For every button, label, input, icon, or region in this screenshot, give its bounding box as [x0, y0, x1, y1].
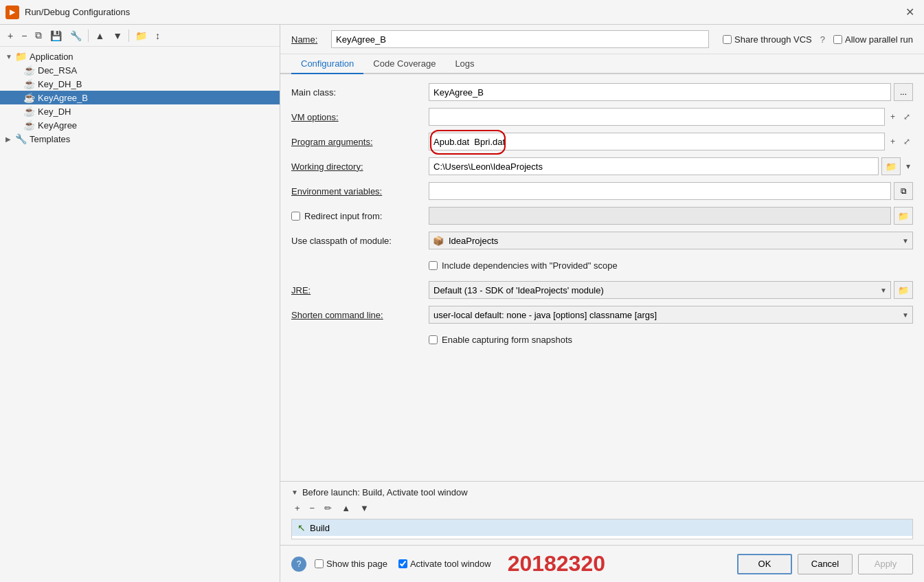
apply-button[interactable]: Apply: [858, 554, 913, 574]
working-dir-input[interactable]: [429, 157, 879, 175]
activate-tool-checkbox[interactable]: [398, 559, 407, 568]
ok-button[interactable]: OK: [737, 554, 792, 574]
tab-logs[interactable]: Logs: [445, 54, 484, 74]
enable-capture-checkbox[interactable]: [429, 335, 438, 344]
main-class-input[interactable]: [429, 83, 891, 101]
env-vars-input[interactable]: [429, 182, 891, 200]
tree-label: KeyAgree: [38, 120, 77, 131]
include-deps-checkbox[interactable]: [429, 261, 438, 270]
before-launch-list: ↖ Build: [291, 519, 913, 539]
add-config-button[interactable]: +: [4, 28, 16, 43]
vm-expand2-button[interactable]: ⤢: [901, 111, 913, 123]
redirect-input-area: 📁: [429, 207, 913, 225]
show-page-checkbox[interactable]: [315, 559, 324, 568]
env-vars-label: Environment variables:: [291, 186, 429, 197]
working-dir-folder-button[interactable]: 📁: [881, 157, 901, 175]
program-args-row: Program arguments: + ⤢: [291, 132, 913, 151]
env-vars-copy-button[interactable]: ⧉: [894, 182, 913, 200]
enable-capture-label: Enable capturing form snapshots: [442, 335, 572, 345]
before-launch-build-item[interactable]: ↖ Build: [292, 519, 912, 536]
allow-parallel-label[interactable]: Allow parallel run: [833, 34, 913, 45]
show-page-label[interactable]: Show this page: [315, 559, 387, 569]
enable-capture-area: Enable capturing form snapshots: [429, 335, 913, 345]
action-buttons: OK Cancel Apply: [737, 554, 913, 574]
program-args-label: Program arguments:: [291, 137, 429, 147]
redirect-folder-button[interactable]: 📁: [894, 207, 913, 225]
tab-code-coverage[interactable]: Code Coverage: [363, 54, 445, 74]
tree-item-keyagree[interactable]: ☕ KeyAgree: [0, 118, 280, 132]
jre-row: JRE: Default (13 - SDK of 'IdeaProjects'…: [291, 280, 913, 300]
redirect-input[interactable]: [429, 207, 891, 225]
tree-item-key-dh[interactable]: ☕ Key_DH: [0, 104, 280, 118]
main-class-browse-button[interactable]: ...: [894, 83, 913, 101]
help-icon[interactable]: ?: [820, 34, 825, 45]
program-args-expand-button[interactable]: +: [888, 135, 898, 148]
bl-remove-button[interactable]: −: [306, 502, 319, 515]
move-up-button[interactable]: ▲: [91, 28, 108, 43]
class-icon: ☕: [23, 106, 35, 117]
tree-label: Key_DH: [38, 107, 71, 117]
working-dir-label: Working directory:: [291, 161, 429, 172]
move-down-button[interactable]: ▼: [109, 28, 126, 43]
name-input[interactable]: [331, 30, 709, 48]
close-button[interactable]: ✕: [901, 4, 919, 20]
activate-tool-label[interactable]: Activate tool window: [398, 559, 491, 569]
app-icon: ▶: [5, 5, 19, 19]
before-launch-chevron-icon[interactable]: ▼: [291, 489, 298, 496]
program-args-expand2-button[interactable]: ⤢: [901, 135, 913, 148]
bl-down-button[interactable]: ▼: [357, 502, 372, 515]
share-vcs-label[interactable]: Share through VCS: [723, 34, 812, 45]
help-button[interactable]: ?: [291, 557, 306, 572]
sort-button[interactable]: ↕: [152, 28, 164, 43]
enable-capture-row: Enable capturing form snapshots: [291, 330, 913, 349]
tree-item-key-dh-b[interactable]: ☕ Key_DH_B: [0, 77, 280, 91]
class-icon: ☕: [23, 120, 35, 131]
shorten-cmd-select[interactable]: user-local default: none - java [options…: [429, 306, 913, 324]
classpath-input-area: 📦 IdeaProjects ▼: [429, 232, 913, 249]
config-tree: ▼ 📁 Application ☕ Dec_RSA ☕ Key_DH_B ☕ K…: [0, 47, 280, 582]
build-icon: ↖: [297, 522, 306, 533]
bl-up-button[interactable]: ▲: [338, 502, 354, 515]
class-icon: ☕: [23, 65, 35, 76]
jre-select-wrapper: Default (13 - SDK of 'IdeaProjects' modu…: [429, 281, 891, 299]
copy-config-button[interactable]: ⧉: [32, 27, 45, 43]
allow-parallel-checkbox[interactable]: [833, 35, 842, 44]
jre-folder-button[interactable]: 📁: [894, 281, 913, 299]
tree-item-dec-rsa[interactable]: ☕ Dec_RSA: [0, 63, 280, 77]
tree-item-application[interactable]: ▼ 📁 Application: [0, 49, 280, 63]
tree-item-keyagree-b[interactable]: ☕ KeyAgree_B: [0, 91, 280, 104]
save-config-button[interactable]: 💾: [47, 28, 65, 43]
before-launch-section: ▼ Before launch: Build, Activate tool wi…: [280, 481, 924, 545]
redirect-input-row: Redirect input from: 📁: [291, 206, 913, 225]
bl-add-button[interactable]: +: [291, 502, 304, 515]
share-vcs-checkbox[interactable]: [723, 35, 732, 44]
jre-select[interactable]: Default (13 - SDK of 'IdeaProjects' modu…: [429, 281, 891, 299]
remove-config-button[interactable]: −: [18, 28, 30, 43]
right-panel: Name: Share through VCS ? Allow parallel…: [280, 25, 924, 582]
name-bar: Name: Share through VCS ? Allow parallel…: [280, 25, 924, 54]
working-dir-expand-button[interactable]: ▾: [903, 160, 913, 172]
program-args-input[interactable]: [429, 133, 885, 150]
classpath-label: Use classpath of module:: [291, 236, 429, 246]
redirect-label: Redirect input from:: [304, 211, 382, 221]
tree-item-templates[interactable]: ▶ 🔧 Templates: [0, 132, 280, 146]
classpath-select[interactable]: IdeaProjects: [429, 232, 913, 249]
bl-edit-button[interactable]: ✏: [321, 502, 335, 515]
cancel-button[interactable]: Cancel: [798, 554, 853, 574]
tree-label: Application: [30, 52, 74, 62]
toolbar-separator2: [128, 30, 129, 42]
redirect-checkbox[interactable]: [291, 212, 300, 221]
before-launch-header: ▼ Before launch: Build, Activate tool wi…: [291, 487, 913, 497]
shorten-cmd-select-wrapper: user-local default: none - java [options…: [429, 306, 913, 324]
program-args-input-area: + ⤢: [429, 133, 913, 150]
vm-options-row: VM options: + ⤢: [291, 107, 913, 126]
watermark-text: 20182320: [499, 551, 605, 577]
vm-expand-button[interactable]: +: [888, 111, 898, 123]
vm-options-input[interactable]: [429, 108, 885, 126]
tabs-bar: Configuration Code Coverage Logs: [280, 54, 924, 74]
tab-configuration[interactable]: Configuration: [291, 54, 363, 74]
folder-button[interactable]: 📁: [132, 28, 150, 43]
bottom-bar: ? Show this page Activate tool window 20…: [280, 545, 924, 582]
wrench-config-button[interactable]: 🔧: [67, 28, 85, 43]
tree-label: Templates: [30, 134, 70, 144]
